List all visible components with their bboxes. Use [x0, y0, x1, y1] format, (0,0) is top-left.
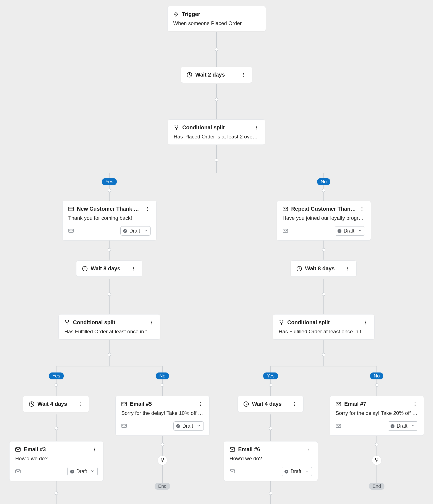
more-menu-button[interactable]	[412, 401, 418, 407]
split-title: Conditional split	[73, 319, 115, 325]
yes-pill: Yes	[102, 178, 117, 185]
clock-icon	[29, 401, 34, 407]
svg-point-52	[256, 128, 257, 129]
svg-point-83	[200, 404, 201, 405]
more-menu-button[interactable]	[363, 319, 369, 325]
svg-point-54	[147, 207, 148, 208]
svg-point-36	[269, 427, 272, 430]
wait-node-8days-left[interactable]: Wait 8 days	[76, 261, 142, 277]
wait-node-4days-left[interactable]: Wait 4 days	[23, 396, 89, 412]
wait-node-4days-right[interactable]: Wait 4 days	[238, 396, 304, 412]
split-desc: Has Fulfilled Order at least once in the…	[64, 329, 154, 335]
email-node-new-customer[interactable]: New Customer Thank You:... Thank you for…	[62, 201, 157, 241]
svg-point-64	[133, 267, 134, 268]
svg-point-34	[55, 427, 58, 430]
yes-pill: Yes	[263, 372, 278, 379]
svg-point-51	[256, 127, 257, 128]
email-desc: Thank you for coming back!	[68, 215, 151, 221]
conditional-split-node-left[interactable]: Conditional split Has Fulfilled Order at…	[58, 314, 160, 340]
svg-point-18	[322, 293, 325, 296]
status-dropdown[interactable]: Draft	[120, 226, 151, 235]
svg-point-66	[133, 270, 134, 270]
status-dot-icon	[338, 229, 341, 233]
split-icon	[279, 320, 284, 325]
chevron-down-icon	[305, 469, 309, 474]
chevron-down-icon	[144, 228, 148, 234]
svg-point-44	[269, 492, 272, 495]
email-node-repeat-customer[interactable]: Repeat Customer Thank You:... Have you j…	[277, 201, 371, 241]
svg-point-50	[256, 126, 257, 126]
email-title: Email #5	[130, 401, 152, 407]
channel-email-icon	[283, 229, 288, 234]
more-menu-button[interactable]	[148, 319, 154, 325]
svg-rect-57	[69, 229, 74, 232]
wait-node-2days[interactable]: Wait 2 days	[181, 67, 252, 83]
status-dropdown[interactable]: Draft	[335, 226, 365, 235]
email-node-6[interactable]: Email #6 How'd we do? Draft	[224, 441, 318, 481]
status-dropdown[interactable]: Draft	[388, 421, 418, 431]
no-pill: No	[370, 372, 383, 379]
svg-point-24	[55, 384, 58, 387]
more-menu-button[interactable]	[345, 266, 351, 272]
svg-point-74	[365, 321, 366, 321]
status-dropdown[interactable]: Draft	[173, 421, 204, 431]
status-label: Draft	[344, 228, 354, 234]
svg-point-31	[269, 384, 272, 387]
more-menu-button[interactable]	[253, 125, 259, 131]
svg-point-80	[80, 405, 81, 406]
add-split-button[interactable]	[372, 456, 381, 465]
svg-point-49	[243, 76, 244, 77]
email-title: Email #7	[344, 401, 366, 407]
svg-point-93	[415, 405, 415, 406]
svg-point-89	[294, 405, 295, 406]
email-desc: Have you joined our loyalty program?	[283, 215, 365, 221]
status-label: Draft	[182, 423, 193, 429]
svg-point-72	[151, 322, 152, 323]
channel-email-icon	[121, 424, 127, 429]
more-menu-button[interactable]	[145, 206, 151, 212]
svg-point-12	[108, 248, 111, 251]
svg-point-103	[309, 450, 309, 451]
svg-point-27	[322, 353, 325, 356]
status-dropdown[interactable]: Draft	[67, 467, 98, 476]
email-title: Email #3	[24, 446, 46, 452]
more-menu-button[interactable]	[292, 401, 298, 407]
svg-point-20	[108, 353, 111, 356]
email-node-7[interactable]: Email #7 Sorry for the delay! Take 20% o…	[330, 396, 424, 436]
more-menu-button[interactable]	[306, 446, 312, 452]
trigger-title: Trigger	[182, 11, 200, 17]
status-label: Draft	[129, 228, 140, 234]
svg-point-40	[375, 443, 378, 446]
add-split-button[interactable]	[158, 456, 167, 465]
more-menu-button[interactable]	[359, 206, 365, 212]
svg-point-9	[108, 189, 111, 192]
email-node-3[interactable]: Email #3 How'd we do? Draft	[9, 441, 103, 481]
svg-point-92	[415, 404, 415, 405]
mail-icon	[121, 401, 127, 407]
status-dot-icon	[123, 229, 127, 233]
trigger-node[interactable]: Trigger When someone Placed Order	[167, 6, 266, 31]
svg-point-88	[294, 404, 295, 405]
svg-marker-45	[174, 12, 178, 17]
svg-point-42	[55, 492, 58, 495]
more-menu-button[interactable]	[77, 401, 83, 407]
email-desc: How'd we do?	[15, 456, 98, 462]
split-icon	[64, 320, 70, 325]
conditional-split-node-right[interactable]: Conditional split Has Fulfilled Order at…	[273, 314, 375, 340]
email-title: New Customer Thank You:...	[77, 206, 142, 212]
email-node-5[interactable]: Email #5 Sorry for the delay! Take 10% o…	[115, 396, 210, 436]
more-menu-button[interactable]	[92, 446, 98, 452]
status-dropdown[interactable]: Draft	[282, 467, 312, 476]
email-title: Repeat Customer Thank You:...	[291, 206, 356, 212]
more-menu-button[interactable]	[198, 401, 204, 407]
wait-title: Wait 8 days	[91, 265, 120, 272]
more-menu-button[interactable]	[130, 266, 136, 272]
svg-point-1	[215, 48, 218, 51]
channel-email-icon	[336, 424, 341, 429]
wait-node-8days-right[interactable]: Wait 8 days	[291, 261, 357, 277]
svg-point-91	[415, 402, 415, 403]
conditional-split-node[interactable]: Conditional split Has Placed Order is at…	[168, 119, 265, 145]
svg-point-60	[361, 208, 362, 209]
more-menu-button[interactable]	[240, 72, 246, 78]
status-dot-icon	[70, 470, 74, 474]
